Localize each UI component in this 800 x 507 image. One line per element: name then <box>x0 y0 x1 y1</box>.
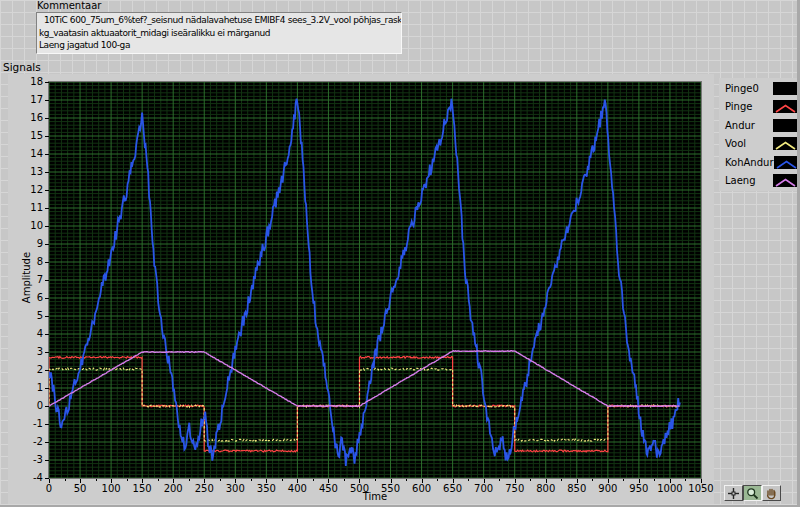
comment-label: Kommentaar <box>37 0 101 11</box>
y-tick-mark <box>45 82 49 83</box>
y-tick-mark <box>45 118 49 119</box>
y-tick-label: -2 <box>10 436 43 447</box>
legend-line-sample[interactable] <box>773 137 798 150</box>
y-tick-mark <box>45 280 49 281</box>
chart-title: Signals <box>3 61 41 73</box>
legend-line-sample[interactable] <box>773 100 798 113</box>
y-tick-mark <box>45 316 49 317</box>
x-minor-tick-mark <box>96 479 97 481</box>
legend-item-label: Vool <box>719 138 773 149</box>
plot-canvas <box>49 82 701 478</box>
legend-line-sample[interactable] <box>773 174 798 187</box>
legend-item-Pinge0[interactable]: Pinge0 <box>719 79 799 98</box>
comment-line: Laeng jagatud 100-ga <box>39 39 399 52</box>
series-Pinge <box>49 357 679 452</box>
x-minor-tick-mark <box>406 479 407 481</box>
y-tick-label: 3 <box>10 346 43 357</box>
y-tick-label: 17 <box>10 94 43 105</box>
y-tick-mark <box>45 352 49 353</box>
y-tick-mark <box>45 226 49 227</box>
y-tick-mark <box>45 334 49 335</box>
y-tick-label: 8 <box>10 256 43 267</box>
legend-line-sample[interactable] <box>773 119 798 132</box>
y-tick-mark <box>45 406 49 407</box>
x-minor-tick-mark <box>499 479 500 481</box>
plot-area[interactable] <box>48 81 702 479</box>
legend-item-label: Pinge <box>719 101 773 112</box>
y-tick-mark <box>45 172 49 173</box>
legend-item-Pinge[interactable]: Pinge <box>719 98 799 117</box>
legend-item-Andur[interactable]: Andur <box>719 116 799 135</box>
y-tick-mark <box>45 460 49 461</box>
comment-line: kg_vaatasin aktuaatorit_midagi iseäralik… <box>39 27 399 40</box>
graph-palette <box>724 485 781 501</box>
grid-lines <box>49 82 701 478</box>
y-tick-label: 7 <box>10 274 43 285</box>
y-tick-label: 5 <box>10 310 43 321</box>
x-minor-tick-mark <box>251 479 252 481</box>
y-tick-mark <box>45 154 49 155</box>
x-minor-tick-mark <box>65 479 66 481</box>
legend-item-label: KohAndur <box>719 157 774 168</box>
legend-item-label: Laeng <box>719 175 773 186</box>
y-tick-label: 16 <box>10 112 43 123</box>
x-minor-tick-mark <box>220 479 221 481</box>
x-minor-tick-mark <box>189 479 190 481</box>
x-minor-tick-mark <box>468 479 469 481</box>
legend-item-Laeng[interactable]: Laeng <box>719 172 799 191</box>
plot-legend[interactable]: Pinge0PingeAndurVoolKohAndurLaeng <box>719 78 799 191</box>
pan-tool-button[interactable] <box>762 485 781 501</box>
y-tick-label: 0 <box>10 400 43 411</box>
y-tick-label: 2 <box>10 364 43 375</box>
y-tick-mark <box>45 424 49 425</box>
y-tick-label: 13 <box>10 166 43 177</box>
x-minor-tick-mark <box>623 479 624 481</box>
series-Vool <box>49 368 679 441</box>
y-tick-label: 18 <box>10 76 43 87</box>
y-tick-mark <box>45 208 49 209</box>
y-tick-label: 9 <box>10 238 43 249</box>
y-tick-mark <box>45 370 49 371</box>
legend-item-KohAndur[interactable]: KohAndur <box>719 153 799 172</box>
y-tick-label: 6 <box>10 292 43 303</box>
y-tick-label: 12 <box>10 184 43 195</box>
y-tick-label: -1 <box>10 418 43 429</box>
x-minor-tick-mark <box>282 479 283 481</box>
y-tick-mark <box>45 442 49 443</box>
y-tick-mark <box>45 262 49 263</box>
y-tick-label: 4 <box>10 328 43 339</box>
y-tick-mark <box>45 136 49 137</box>
x-minor-tick-mark <box>437 479 438 481</box>
legend-item-label: Andur <box>719 120 773 131</box>
legend-line-sample[interactable] <box>774 156 799 169</box>
x-minor-tick-mark <box>685 479 686 481</box>
x-minor-tick-mark <box>654 479 655 481</box>
y-tick-mark <box>45 388 49 389</box>
x-minor-tick-mark <box>561 479 562 481</box>
y-tick-label: 10 <box>10 220 43 231</box>
x-minor-tick-mark <box>313 479 314 481</box>
crosshair-icon <box>727 487 740 500</box>
x-minor-tick-mark <box>127 479 128 481</box>
legend-item-Vool[interactable]: Vool <box>719 135 799 154</box>
hand-icon <box>765 487 778 500</box>
y-tick-mark <box>45 298 49 299</box>
y-tick-label: 15 <box>10 130 43 141</box>
zoom-tool-button[interactable] <box>743 485 762 501</box>
legend-item-label: Pinge0 <box>719 83 773 94</box>
comment-line: 10TiC 600_75um_6%tef?_seisnud nädalavahe… <box>39 14 399 27</box>
x-minor-tick-mark <box>158 479 159 481</box>
x-minor-tick-mark <box>592 479 593 481</box>
x-tick-label: 1050 <box>681 483 721 494</box>
x-minor-tick-mark <box>344 479 345 481</box>
y-tick-label: 14 <box>10 148 43 159</box>
y-tick-label: -3 <box>10 454 43 465</box>
y-tick-mark <box>45 244 49 245</box>
y-tick-label: -4 <box>10 472 43 483</box>
legend-line-sample[interactable] <box>773 82 798 95</box>
comment-textbox[interactable]: 10TiC 600_75um_6%tef?_seisnud nädalavahe… <box>36 12 402 54</box>
y-tick-label: 1 <box>10 382 43 393</box>
magnifier-icon <box>746 487 759 500</box>
x-minor-tick-mark <box>530 479 531 481</box>
crosshair-tool-button[interactable] <box>724 485 743 501</box>
